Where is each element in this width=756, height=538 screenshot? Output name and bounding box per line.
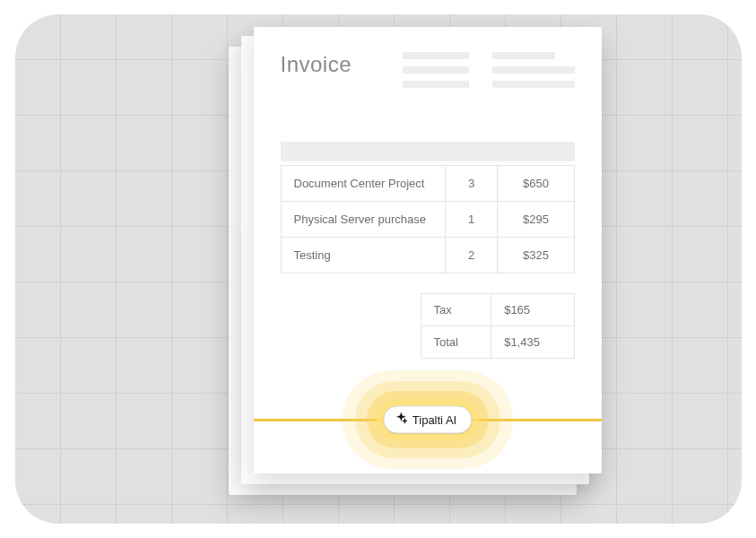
item-qty: 2 — [445, 238, 498, 273]
item-price: $325 — [498, 238, 574, 273]
item-price: $650 — [498, 166, 574, 202]
item-qty: 3 — [445, 166, 498, 202]
invoice-card: Invoice Document Center Project 3 $650 — [15, 14, 742, 524]
item-desc: Testing — [281, 238, 445, 273]
line-items-table: Document Center Project 3 $650 Physical … — [281, 165, 575, 273]
table-header-bar — [281, 142, 575, 161]
item-price: $295 — [498, 202, 574, 238]
document-stack: Invoice Document Center Project 3 $650 — [238, 27, 596, 502]
summary-row-tax: Tax $165 — [421, 294, 574, 326]
tax-value: $165 — [491, 294, 574, 326]
total-value: $1,435 — [491, 326, 574, 359]
table-row: Document Center Project 3 $650 — [281, 166, 574, 202]
summary-table: Tax $165 Total $1,435 — [421, 293, 575, 359]
header-block-right — [492, 52, 575, 88]
paper-front: Invoice Document Center Project 3 $650 — [254, 27, 602, 473]
item-desc: Document Center Project — [281, 166, 445, 202]
table-row: Testing 2 $325 — [281, 238, 574, 273]
item-desc: Physical Server purchase — [281, 202, 445, 238]
ai-pill-label: Tipalti AI — [413, 413, 456, 427]
header-block-left — [403, 52, 469, 88]
table-row: Physical Server purchase 1 $295 — [281, 202, 574, 238]
tax-label: Tax — [421, 294, 491, 326]
tipalti-ai-button[interactable]: Tipalti AI — [383, 406, 472, 434]
summary-row-total: Total $1,435 — [421, 326, 574, 359]
header-placeholder-blocks — [403, 52, 575, 88]
total-label: Total — [421, 326, 491, 359]
sparkle-icon — [395, 412, 407, 428]
item-qty: 1 — [445, 202, 498, 238]
